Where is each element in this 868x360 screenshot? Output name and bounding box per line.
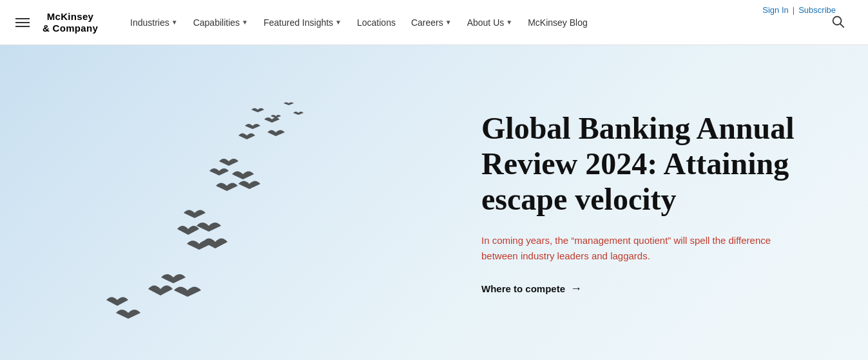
- nav-capabilities[interactable]: Capabilities ▼: [187, 12, 255, 33]
- subscribe-link[interactable]: Subscribe: [798, 5, 836, 15]
- svg-line-1: [841, 24, 844, 27]
- hero-content: Global Banking Annual Review 2024: Attai…: [481, 110, 816, 295]
- chevron-down-icon: ▼: [335, 19, 342, 26]
- signin-link[interactable]: Sign In: [762, 5, 788, 15]
- chevron-down-icon: ▼: [171, 19, 178, 26]
- nav-mckinsey-blog[interactable]: McKinsey Blog: [521, 12, 594, 33]
- nav-careers[interactable]: Careers ▼: [405, 12, 458, 33]
- hero-image: [64, 84, 400, 342]
- nav-locations[interactable]: Locations: [351, 12, 402, 33]
- nav-featured-insights[interactable]: Featured Insights ▼: [257, 12, 348, 33]
- logo-line1: McKinsey: [47, 11, 93, 23]
- svg-point-0: [833, 16, 842, 25]
- main-nav: Industries ▼ Capabilities ▼ Featured Ins…: [124, 12, 827, 33]
- chevron-down-icon: ▼: [506, 19, 512, 26]
- logo-line2: & Company: [43, 23, 98, 34]
- hero-subtitle: In coming years, the “management quotien…: [481, 232, 778, 263]
- arrow-icon: →: [570, 281, 582, 295]
- logo[interactable]: McKinsey & Company: [43, 11, 98, 34]
- hamburger-menu[interactable]: [13, 15, 32, 30]
- hero-cta-label: Where to compete: [481, 283, 565, 294]
- auth-links: Sign In | Subscribe: [762, 5, 836, 15]
- chevron-down-icon: ▼: [445, 19, 452, 26]
- site-header: Sign In | Subscribe McKinsey & Company I…: [0, 0, 868, 45]
- hero-section: Global Banking Annual Review 2024: Attai…: [0, 45, 868, 360]
- chevron-down-icon: ▼: [242, 19, 248, 26]
- auth-separator: |: [793, 5, 795, 15]
- nav-industries[interactable]: Industries ▼: [124, 12, 184, 33]
- nav-about-us[interactable]: About Us ▼: [461, 12, 519, 33]
- hero-title: Global Banking Annual Review 2024: Attai…: [481, 110, 816, 217]
- hero-cta-link[interactable]: Where to compete →: [481, 281, 816, 295]
